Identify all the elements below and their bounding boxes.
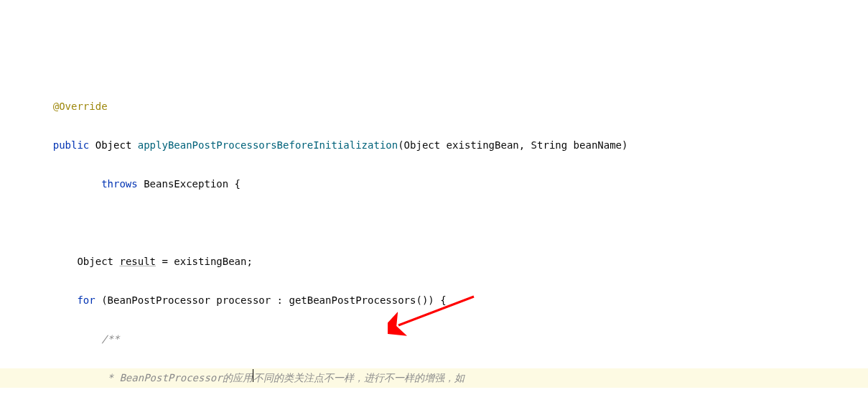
- code-line[interactable]: [0, 213, 868, 233]
- text: Object: [77, 256, 119, 267]
- comment: * BeanPostProcessor的应用: [101, 372, 253, 383]
- code-line[interactable]: Object result = existingBean;: [0, 252, 868, 271]
- code-editor[interactable]: @Override public Object applyBeanPostPro…: [0, 78, 868, 405]
- code-line[interactable]: throws BeansException {: [0, 174, 868, 194]
- annotation: @Override: [53, 101, 108, 112]
- code-line[interactable]: public Object applyBeanPostProcessorsBef…: [0, 136, 868, 155]
- params: (Object existingBean, String beanName): [398, 139, 627, 151]
- comment: 不同的类关注点不一样，进行不一样的增强，如: [253, 372, 465, 383]
- code-line[interactable]: for (BeanPostProcessor processor : getBe…: [0, 291, 868, 310]
- method-name: applyBeanPostProcessorsBeforeInitializat…: [138, 139, 398, 151]
- return-type: Object: [95, 139, 132, 151]
- text: = existingBean;: [156, 256, 253, 267]
- text: (BeanPostProcessor processor : getBeanPo…: [95, 294, 447, 306]
- code-line[interactable]: /**: [0, 330, 868, 349]
- exception-type: BeansException {: [144, 178, 241, 190]
- var-result: result: [119, 256, 156, 267]
- keyword-throws: throws: [101, 178, 138, 190]
- keyword-for: for: [77, 294, 95, 306]
- code-line-highlighted[interactable]: * BeanPostProcessor的应用不同的类关注点不一样，进行不一样的增…: [0, 368, 868, 388]
- comment: /**: [101, 333, 119, 345]
- code-line[interactable]: @Override: [0, 97, 868, 116]
- keyword-public: public: [53, 139, 90, 151]
